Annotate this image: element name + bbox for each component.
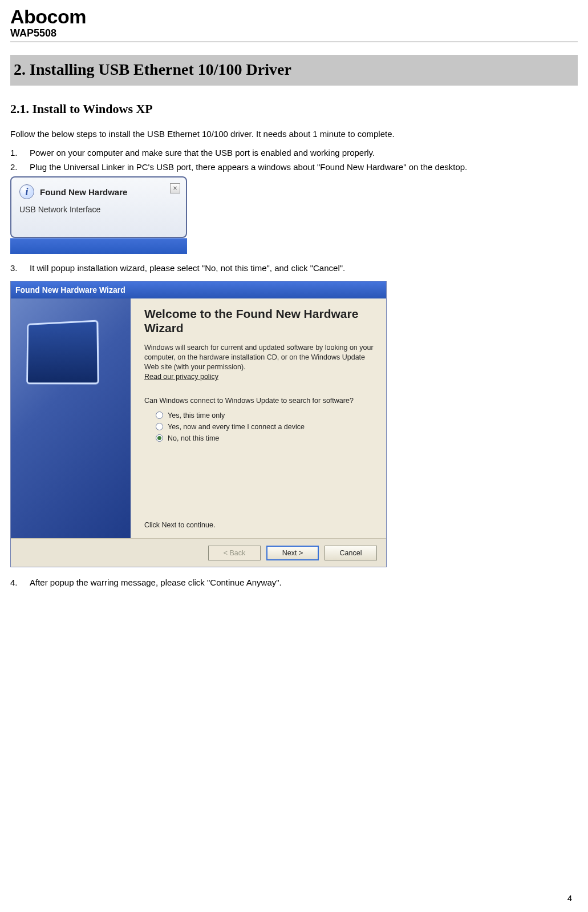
privacy-policy-link[interactable]: Read our privacy policy	[144, 373, 218, 381]
steps-list-continued: It will popup installation wizard, pleas…	[10, 263, 578, 273]
balloon-body: × i Found New Hardware USB Network Inter…	[10, 176, 187, 238]
header-divider	[10, 42, 578, 42]
wizard-title: Found New Hardware Wizard	[15, 285, 125, 294]
wizard-footer: < Back Next > Cancel	[11, 538, 386, 567]
radio-label: No, not this time	[168, 434, 219, 442]
wizard-heading: Welcome to the Found New Hardware Wizard	[144, 306, 375, 335]
balloon-title: Found New Hardware	[40, 187, 127, 197]
back-button: < Back	[208, 546, 261, 560]
step-1: Power on your computer and make sure tha…	[10, 148, 578, 158]
wizard-click-next-text: Click Next to continue.	[144, 521, 215, 529]
wizard-titlebar: Found New Hardware Wizard	[11, 281, 386, 298]
wizard-radio-group: Yes, this time only Yes, now and every t…	[156, 411, 375, 442]
steps-list-continued-2: After popup the warring message, please …	[10, 578, 578, 587]
subsection-heading: 2.1. Install to Windows XP	[10, 102, 578, 116]
next-button[interactable]: Next >	[266, 546, 319, 560]
hardware-device-icon	[26, 320, 99, 385]
hardware-wizard-window: Found New Hardware Wizard Welcome to the…	[10, 281, 387, 567]
section-heading: 2. Installing USB Ethernet 10/100 Driver	[10, 55, 578, 86]
found-new-hardware-balloon: × i Found New Hardware USB Network Inter…	[10, 176, 187, 254]
radio-label: Yes, this time only	[168, 411, 225, 419]
taskbar-strip	[10, 238, 187, 254]
wizard-side-graphic	[11, 298, 131, 538]
radio-option-no[interactable]: No, not this time	[156, 434, 375, 442]
page-number: 4	[567, 893, 572, 903]
radio-option-yes-once[interactable]: Yes, this time only	[156, 411, 375, 419]
steps-list: Power on your computer and make sure tha…	[10, 148, 578, 172]
wizard-body: Welcome to the Found New Hardware Wizard…	[11, 298, 386, 538]
info-icon: i	[19, 184, 34, 199]
wizard-content: Welcome to the Found New Hardware Wizard…	[131, 298, 386, 538]
radio-icon[interactable]	[156, 411, 163, 419]
radio-icon[interactable]	[156, 423, 163, 430]
wizard-paragraph-text: Windows will search for current and upda…	[144, 344, 374, 371]
intro-paragraph: Follow the below steps to install the US…	[10, 129, 578, 139]
balloon-subtitle: USB Network Interface	[19, 205, 179, 214]
radio-option-yes-always[interactable]: Yes, now and every time I connect a devi…	[156, 423, 375, 431]
model-name: WAP5508	[10, 27, 578, 39]
wizard-question: Can Windows connect to Windows Update to…	[144, 397, 375, 405]
step-2: Plug the Universal Linker in PC's USB po…	[10, 162, 578, 172]
cancel-button[interactable]: Cancel	[325, 546, 377, 560]
wizard-paragraph: Windows will search for current and upda…	[144, 343, 375, 382]
radio-icon[interactable]	[156, 434, 163, 442]
close-icon[interactable]: ×	[170, 183, 180, 193]
radio-label: Yes, now and every time I connect a devi…	[168, 423, 305, 431]
brand-name: Abocom	[10, 7, 578, 26]
step-4: After popup the warring message, please …	[10, 578, 578, 587]
step-3: It will popup installation wizard, pleas…	[10, 263, 578, 273]
